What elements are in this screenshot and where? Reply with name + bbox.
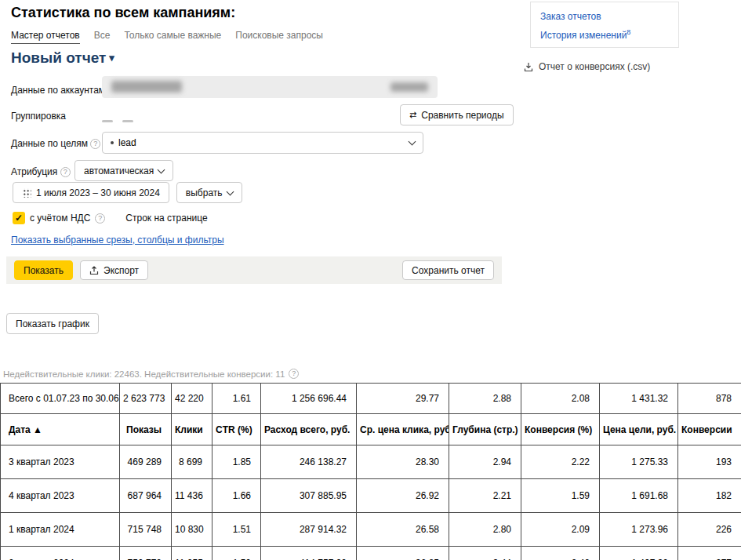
date-preset-label: выбрать	[186, 187, 223, 198]
caret-down-icon: ▾	[109, 52, 114, 64]
goals-selected-value: lead	[118, 137, 136, 148]
grouping-label: Группировка	[11, 111, 66, 122]
table-cell: 8 699	[172, 445, 212, 479]
column-header[interactable]: Ср. цена клика, руб.	[357, 414, 449, 445]
header-row: Дата ▲ПоказыКликиCTR (%)Расход всего, ру…	[1, 414, 741, 445]
date-range-button[interactable]: 1 июля 2023 – 30 июня 2024	[13, 182, 169, 203]
help-icon[interactable]: ?	[95, 213, 105, 224]
table-cell: 1 497.32	[600, 547, 678, 560]
table-cell: 2.46	[521, 547, 600, 560]
show-slices-link[interactable]: Показать выбранные срезы, столбцы и филь…	[11, 235, 224, 245]
column-header[interactable]: Показы	[120, 414, 172, 445]
table-cell: 2.88	[449, 384, 521, 414]
table-cell: 26.58	[357, 513, 449, 547]
tab-most-important[interactable]: Только самые важные	[124, 30, 221, 41]
table-cell: 26.92	[357, 479, 449, 513]
table-cell: Всего с 01.07.23 по 30.06.24	[1, 384, 120, 414]
check-icon: ✓	[15, 213, 23, 224]
column-header[interactable]: Цена цели, руб.	[600, 414, 678, 445]
compare-periods-label: Сравнить периоды	[421, 110, 503, 121]
column-header[interactable]: Расход всего, руб.	[261, 414, 357, 445]
save-report-button[interactable]: Сохранить отчет	[402, 260, 494, 280]
table-cell: 182	[678, 479, 741, 513]
table-cell: 414 757.90	[261, 547, 357, 560]
help-icon[interactable]: ?	[289, 369, 299, 379]
table-cell: 1 квартал 2024	[1, 513, 120, 547]
tab-all[interactable]: Все	[94, 30, 111, 41]
table-cell: 11 436	[172, 479, 212, 513]
attribution-select[interactable]: автоматическая	[74, 160, 173, 181]
table-cell: 2.21	[449, 479, 521, 513]
table-cell: 1 431.32	[600, 384, 678, 414]
compare-periods-button[interactable]: ⇄ Сравнить периоды	[400, 104, 514, 125]
change-history-link[interactable]: История изменений8	[540, 28, 669, 41]
column-header[interactable]: Клики	[172, 414, 212, 445]
chevron-down-icon	[158, 165, 165, 173]
redacted-account-name	[111, 81, 182, 93]
change-history-count: 8	[627, 28, 630, 36]
date-preset-select[interactable]: выбрать	[176, 182, 242, 203]
table-cell: 1.59	[521, 479, 600, 513]
table-cell: 29.77	[357, 384, 449, 414]
export-label: Экспорт	[104, 265, 139, 276]
compare-periods-icon: ⇄	[409, 110, 416, 120]
table-cell: 2.22	[521, 445, 600, 479]
table-cell: 42 220	[172, 384, 212, 414]
vat-checkbox[interactable]: ✓	[13, 212, 25, 224]
show-graph-button[interactable]: Показать график	[6, 313, 99, 334]
accounts-selector[interactable]	[102, 76, 438, 98]
goals-label-text: Данные по целям	[11, 138, 88, 149]
table-cell: 246 138.27	[261, 445, 357, 479]
stats-table: Всего с 01.07.23 по 30.06.242 623 77342 …	[0, 383, 741, 560]
rows-per-page-toggle[interactable]: Строк на странице	[125, 213, 207, 224]
change-history-label: История изменений	[540, 30, 627, 41]
reports-links-box: Заказ отчетов История изменений8	[530, 2, 679, 48]
table-cell: 715 748	[120, 513, 172, 547]
show-report-button[interactable]: Показать	[14, 260, 73, 280]
grouping-options-redacted	[102, 120, 133, 122]
table-cell: 4 квартал 2023	[1, 479, 120, 513]
column-header[interactable]: Конверсия (%)	[521, 414, 600, 445]
goals-select[interactable]: lead	[102, 132, 423, 154]
invalid-clicks-note: Недействительные клики: 22463. Недействи…	[3, 369, 299, 379]
goal-bullet-icon	[111, 141, 114, 144]
table-cell: 3.44	[449, 547, 521, 560]
stats-table-body: Всего с 01.07.23 по 30.06.242 623 77342 …	[1, 384, 741, 560]
vat-label: с учётом НДС	[30, 213, 90, 224]
tab-search-queries[interactable]: Поисковые запросы	[235, 30, 323, 41]
table-cell: 1.51	[212, 513, 261, 547]
table-cell: 287 914.32	[261, 513, 357, 547]
table-cell: 10 830	[172, 513, 212, 547]
redacted-account-meta	[390, 82, 428, 92]
page-title: Статистика по всем кампаниям:	[11, 5, 235, 21]
column-header[interactable]: CTR (%)	[212, 414, 261, 445]
conversions-csv-link[interactable]: Отчет о конверсиях (.csv)	[524, 61, 650, 72]
data-row: 2 квартал 2024750 77211 2551.50414 757.9…	[1, 547, 741, 560]
table-cell: 2 623 773	[120, 384, 172, 414]
table-cell: 1 256 696.44	[261, 384, 357, 414]
report-name-dropdown[interactable]: Новый отчет▾	[11, 49, 114, 67]
tab-report-wizard[interactable]: Мастер отчетов	[11, 30, 80, 44]
help-icon[interactable]: ?	[60, 167, 71, 177]
table-cell: 3 квартал 2023	[1, 445, 120, 479]
table-cell: 1 273.96	[600, 513, 678, 547]
table-cell: 226	[678, 513, 741, 547]
table-cell: 2.80	[449, 513, 521, 547]
order-reports-link[interactable]: Заказ отчетов	[540, 11, 669, 22]
table-cell: 878	[678, 384, 741, 414]
export-button[interactable]: Экспорт	[80, 260, 148, 280]
data-row: 4 квартал 2023687 96411 4361.66307 885.9…	[1, 479, 741, 513]
table-cell: 1 691.68	[600, 479, 678, 513]
help-icon[interactable]: ?	[90, 139, 100, 149]
table-cell: 36.85	[357, 547, 449, 560]
table-cell: 2 квартал 2024	[1, 547, 120, 560]
table-cell: 1.66	[212, 479, 261, 513]
table-cell: 750 772	[120, 547, 172, 560]
column-header[interactable]: Дата ▲	[1, 414, 120, 445]
attribution-value: автоматическая	[84, 165, 154, 176]
column-header[interactable]: Конверсии	[678, 414, 741, 445]
summary-row: Всего с 01.07.23 по 30.06.242 623 77342 …	[1, 384, 741, 414]
attribution-label-text: Атрибуция	[11, 166, 57, 177]
table-cell: 277	[678, 547, 741, 560]
column-header[interactable]: Глубина (стр.)	[449, 414, 521, 445]
